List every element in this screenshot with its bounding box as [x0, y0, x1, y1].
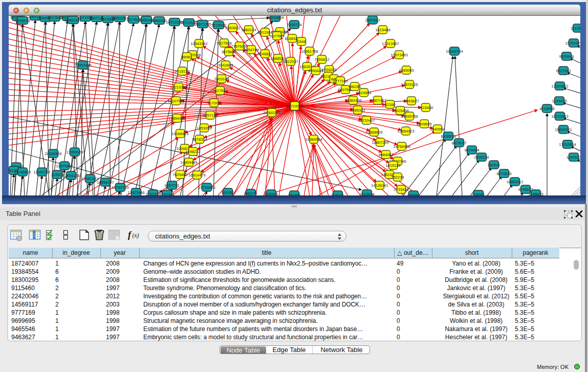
svg-text:8322037: 8322037: [283, 59, 298, 64]
svg-text:924561: 924561: [472, 192, 485, 196]
svg-text:12942757: 12942757: [33, 170, 50, 174]
svg-text:17010504: 17010504: [559, 142, 576, 147]
svg-text:2803144: 2803144: [214, 77, 229, 81]
svg-text:12213363: 12213363: [170, 85, 187, 90]
svg-text:10654112: 10654112: [507, 180, 524, 184]
svg-text:1353359: 1353359: [197, 126, 211, 130]
svg-text:16033809: 16033809: [267, 16, 284, 20]
svg-text:6479197: 6479197: [451, 141, 466, 145]
svg-text:7485063: 7485063: [399, 68, 413, 73]
svg-text:114513: 114513: [51, 172, 63, 177]
svg-text:9857791: 9857791: [164, 183, 179, 188]
svg-text:12213967: 12213967: [382, 41, 399, 46]
svg-text:1292345: 1292345: [145, 192, 160, 196]
svg-text:7625402: 7625402: [172, 172, 187, 177]
svg-text:16782759: 16782759: [112, 185, 128, 190]
svg-text:15720407: 15720407: [358, 118, 375, 123]
svg-text:8454749: 8454749: [244, 48, 258, 52]
svg-text:124504: 124504: [265, 192, 277, 196]
svg-text:10543362: 10543362: [190, 41, 207, 46]
svg-text:7955812: 7955812: [314, 57, 329, 62]
svg-text:1167533: 1167533: [567, 155, 580, 160]
svg-text:1112541: 1112541: [571, 26, 580, 31]
svg-text:10688609: 10688609: [365, 130, 382, 135]
svg-text:8990448: 8990448: [308, 69, 323, 73]
svg-text:12505135: 12505135: [62, 173, 79, 178]
svg-text:9777169: 9777169: [333, 79, 347, 83]
svg-text:1498222: 1498222: [185, 149, 200, 154]
svg-text:5878314: 5878314: [192, 137, 207, 142]
svg-text:16210643: 16210643: [551, 114, 568, 119]
svg-text:98961: 98961: [182, 55, 192, 59]
svg-text:9115460: 9115460: [419, 105, 433, 110]
svg-text:12923446: 12923446: [127, 190, 144, 195]
svg-text:19756928: 19756928: [393, 144, 410, 149]
svg-text:7663822: 7663822: [225, 26, 240, 30]
svg-text:14136141: 14136141: [371, 183, 388, 188]
svg-text:6899695: 6899695: [417, 122, 431, 126]
svg-text:10958197: 10958197: [97, 180, 114, 185]
svg-text:11156829: 11156829: [14, 170, 31, 174]
svg-text:19384554: 19384554: [305, 137, 322, 142]
svg-text:19654982: 19654982: [168, 116, 185, 121]
svg-text:3624554: 3624554: [356, 91, 371, 95]
svg-text:1615488: 1615488: [375, 28, 390, 32]
svg-text:23300263: 23300263: [263, 111, 280, 115]
svg-text:9327508: 9327508: [216, 41, 231, 46]
svg-text:6794028: 6794028: [321, 68, 336, 72]
svg-text:3267130: 3267130: [203, 113, 217, 118]
svg-text:1615132: 1615132: [385, 163, 400, 168]
svg-text:9529946: 9529946: [559, 54, 574, 59]
svg-text:13975867: 13975867: [56, 164, 73, 168]
svg-text:10648784: 10648784: [446, 49, 463, 54]
svg-text:873421: 873421: [331, 193, 344, 196]
svg-text:9227342: 9227342: [556, 69, 571, 73]
svg-text:962450: 962450: [221, 190, 234, 195]
svg-text:13654923: 13654923: [397, 129, 414, 134]
svg-text:9245613: 9245613: [528, 192, 543, 196]
svg-text:7515526: 7515526: [211, 23, 226, 28]
svg-text:14909489: 14909489: [180, 160, 197, 165]
svg-text:15692971: 15692971: [555, 127, 572, 132]
svg-text:173342: 173342: [407, 193, 420, 196]
svg-text:746266: 746266: [348, 84, 361, 89]
svg-text:2935114: 2935114: [474, 155, 489, 160]
svg-text:19166825: 19166825: [171, 132, 188, 136]
svg-text:17957253: 17957253: [81, 177, 98, 181]
svg-text:16914479: 16914479: [188, 173, 205, 178]
svg-text:985779: 985779: [244, 191, 257, 196]
svg-text:6466160: 6466160: [151, 18, 166, 23]
svg-text:20206526: 20206526: [45, 151, 61, 156]
svg-text:8471676: 8471676: [496, 171, 511, 176]
svg-text:9242848: 9242848: [218, 63, 233, 68]
svg-text:1733426: 1733426: [394, 187, 408, 192]
svg-text:9474444: 9474444: [464, 148, 479, 152]
svg-text:10807487: 10807487: [369, 98, 386, 103]
svg-text:12093822: 12093822: [551, 84, 568, 89]
svg-text:9327509: 9327509: [269, 34, 284, 38]
svg-text:18724007: 18724007: [286, 104, 303, 108]
svg-text:10961758: 10961758: [301, 49, 318, 54]
svg-text:9146821: 9146821: [257, 52, 272, 56]
svg-text:20364436: 20364436: [344, 98, 361, 103]
svg-text:2087682: 2087682: [365, 18, 380, 23]
svg-text:18807249: 18807249: [372, 140, 388, 145]
svg-text:1640954: 1640954: [430, 127, 445, 132]
svg-text:153452: 153452: [288, 193, 300, 196]
svg-text:417006: 417006: [207, 101, 220, 105]
svg-text:20053346: 20053346: [74, 63, 91, 68]
svg-text:9427552: 9427552: [212, 89, 227, 93]
svg-text:8938913: 8938913: [441, 134, 455, 139]
svg-text:762621: 762621: [487, 163, 500, 167]
svg-text:16107554: 16107554: [167, 99, 184, 103]
svg-text:17359924: 17359924: [66, 150, 83, 155]
svg-text:3875685: 3875685: [221, 50, 236, 54]
svg-text:7835724: 7835724: [287, 23, 301, 27]
svg-text:10973493: 10973493: [390, 53, 407, 57]
svg-text:16671355: 16671355: [194, 22, 211, 27]
svg-text:(x): (x): [132, 232, 139, 239]
svg-text:15751074: 15751074: [565, 41, 580, 46]
svg-text:12975125: 12975125: [401, 82, 418, 87]
svg-text:1292346: 1292346: [159, 192, 174, 196]
svg-text:13495758: 13495758: [401, 114, 418, 119]
